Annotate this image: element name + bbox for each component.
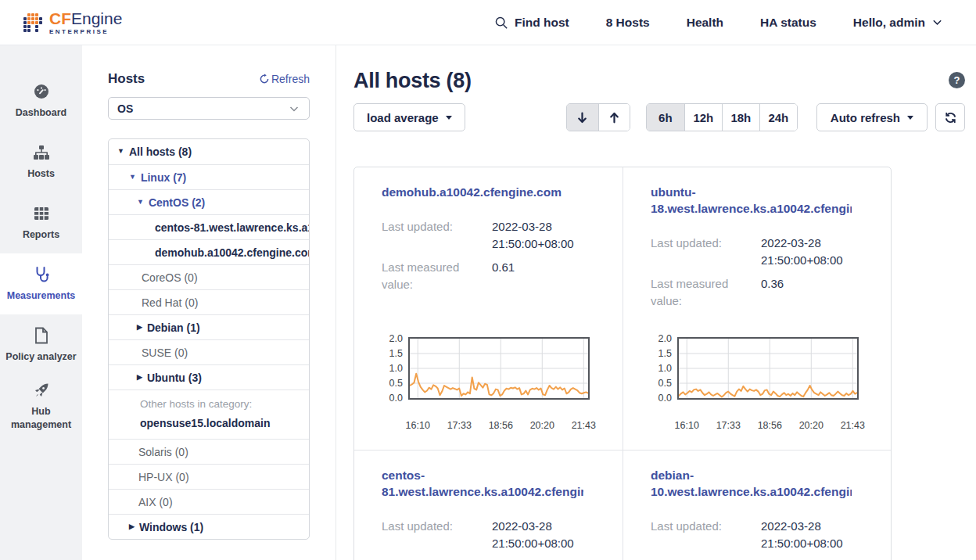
top-navbar: CFEngine ENTERPRISE Find host 8 Hosts He… bbox=[0, 0, 976, 45]
last-measured-label: Last measured value: bbox=[651, 275, 761, 310]
chart-y-axis: 2.01.51.00.50.0 bbox=[651, 337, 672, 400]
sort-direction-group bbox=[566, 103, 630, 131]
chevron-down-icon bbox=[931, 16, 943, 28]
file-icon bbox=[33, 326, 50, 345]
last-updated-value: 2022-03-2821:50:00+08:00 bbox=[761, 518, 843, 552]
host-card: centos-81.west.lawrence.ks.a10042.cfengi… bbox=[354, 450, 623, 560]
nav-menu: Find host 8 Hosts Health HA status Hello… bbox=[494, 16, 943, 30]
tree-item-linux[interactable]: ▼Linux (7) bbox=[109, 164, 309, 189]
tree-item-host-opensuse15[interactable]: opensuse15.localdomain bbox=[140, 417, 309, 429]
brand-subtitle: ENTERPRISE bbox=[49, 29, 122, 35]
hosts-panel-title: Hosts bbox=[108, 71, 145, 87]
last-updated-label: Last updated: bbox=[382, 218, 492, 253]
auto-refresh-dropdown[interactable]: Auto refresh bbox=[816, 103, 928, 131]
user-menu[interactable]: Hello, admin bbox=[853, 16, 943, 30]
last-measured-value: 0.36 bbox=[761, 275, 784, 310]
tree-item-other-hosts: Other hosts in category: opensuse15.loca… bbox=[109, 389, 309, 439]
sidebar: Dashboard Hosts Reports Measurements Pol… bbox=[0, 45, 82, 560]
tree-item-host-centos-81[interactable]: centos-81.west.lawrence.ks.a10042.cfengi… bbox=[109, 214, 309, 239]
sort-descending-button[interactable] bbox=[567, 104, 598, 131]
last-measured-value: 0.61 bbox=[492, 259, 515, 293]
gauge-icon bbox=[32, 82, 51, 101]
sync-icon bbox=[944, 111, 957, 124]
collapse-arrow-icon: ▼ bbox=[117, 147, 124, 155]
tree-item-suse[interactable]: SUSE (0) bbox=[109, 339, 309, 364]
load-average-chart: 2.01.51.00.50.0 16:1017:3318:5620:2021:4… bbox=[651, 337, 852, 436]
host-cards-grid: demohub.a10042.cfengine.com Last updated… bbox=[353, 167, 892, 560]
host-link[interactable]: demohub.a10042.cfengine.com bbox=[382, 185, 583, 201]
table-icon bbox=[32, 204, 51, 223]
tree-item-hpux[interactable]: HP-UX (0) bbox=[109, 464, 309, 489]
help-icon[interactable]: ? bbox=[949, 72, 965, 88]
expand-arrow-icon: ▶ bbox=[137, 373, 142, 381]
refresh-icon bbox=[259, 74, 270, 84]
tree-item-aix[interactable]: AIX (0) bbox=[109, 489, 309, 514]
tree-item-all-hosts[interactable]: ▼All hosts (8) bbox=[109, 139, 309, 164]
last-updated-value: 2022-03-2821:50:00+08:00 bbox=[492, 218, 574, 253]
refresh-button[interactable] bbox=[935, 103, 965, 131]
tree-item-redhat[interactable]: Red Hat (0) bbox=[109, 289, 309, 314]
tree-item-host-demohub[interactable]: demohub.a10042.cfengine.com bbox=[109, 239, 309, 264]
chart-x-axis: 16:1017:3318:5620:2021:43 bbox=[677, 420, 859, 433]
expand-arrow-icon: ▶ bbox=[137, 323, 142, 331]
nav-item-ha-status[interactable]: HA status bbox=[760, 16, 816, 30]
nav-item-hosts[interactable]: 8 Hosts bbox=[606, 16, 650, 30]
time-range-18h[interactable]: 18h bbox=[722, 104, 759, 131]
time-range-6h[interactable]: 6h bbox=[647, 104, 684, 131]
hosts-tree: ▼All hosts (8) ▼Linux (7) ▼CentOS (2) ce… bbox=[108, 138, 310, 540]
cfengine-logo[interactable]: CFEngine ENTERPRISE bbox=[23, 10, 122, 35]
tree-item-coreos[interactable]: CoreOS (0) bbox=[109, 264, 309, 289]
caret-down-icon bbox=[446, 116, 452, 120]
metric-dropdown[interactable]: load average bbox=[353, 103, 465, 131]
find-host-search[interactable]: Find host bbox=[494, 16, 569, 30]
host-link[interactable]: ubuntu-18.west.lawrence.ks.a10042.cfengi… bbox=[651, 185, 852, 217]
cfengine-logo-icon bbox=[23, 13, 42, 32]
tree-item-centos[interactable]: ▼CentOS (2) bbox=[109, 189, 309, 214]
host-link[interactable]: debian-10.west.lawrence.ks.a10042.cfengi… bbox=[651, 468, 852, 501]
host-card: demohub.a10042.cfengine.com Last updated… bbox=[354, 167, 623, 450]
last-updated-label: Last updated: bbox=[382, 518, 492, 552]
sidebar-item-hosts[interactable]: Hosts bbox=[0, 131, 82, 192]
refresh-link[interactable]: Refresh bbox=[259, 73, 310, 85]
time-range-12h[interactable]: 12h bbox=[684, 104, 722, 131]
arrow-up-icon bbox=[608, 111, 621, 124]
sitemap-icon bbox=[32, 143, 51, 162]
toolbar: load average 6h 12h 18h 24h bbox=[353, 103, 965, 131]
chart-x-axis: 16:1017:3318:5620:2021:43 bbox=[408, 420, 590, 433]
search-icon bbox=[494, 16, 508, 30]
sidebar-item-reports[interactable]: Reports bbox=[0, 192, 82, 253]
chart-plot bbox=[410, 339, 588, 398]
sort-ascending-button[interactable] bbox=[598, 104, 630, 131]
time-range-24h[interactable]: 24h bbox=[759, 104, 797, 131]
chart-plot bbox=[679, 339, 857, 398]
host-link[interactable]: centos-81.west.lawrence.ks.a10042.cfengi… bbox=[382, 468, 583, 501]
brand-name: CFEngine bbox=[49, 10, 122, 27]
arrow-down-icon bbox=[576, 111, 589, 124]
load-average-chart: 2.01.51.00.50.0 16:1017:3318:5620:2021:4… bbox=[382, 337, 583, 436]
nav-item-health[interactable]: Health bbox=[687, 16, 723, 30]
tree-item-debian[interactable]: ▶Debian (1) bbox=[109, 314, 309, 339]
tree-item-windows[interactable]: ▶Windows (1) bbox=[109, 514, 309, 539]
tree-item-ubuntu[interactable]: ▶Ubuntu (3) bbox=[109, 364, 309, 389]
user-greeting: Hello, admin bbox=[853, 16, 925, 30]
collapse-arrow-icon: ▼ bbox=[137, 198, 144, 206]
category-select[interactable]: OS bbox=[108, 97, 310, 120]
collapse-arrow-icon: ▼ bbox=[129, 173, 136, 181]
sidebar-item-dashboard[interactable]: Dashboard bbox=[0, 70, 82, 131]
sidebar-item-policy-analyzer[interactable]: Policy analyzer bbox=[0, 314, 82, 375]
page-title: All hosts (8) bbox=[353, 69, 965, 93]
last-updated-label: Last updated: bbox=[651, 518, 761, 552]
chevron-down-icon bbox=[288, 102, 300, 115]
find-host-label: Find host bbox=[515, 16, 569, 30]
main-content: All hosts (8) ? load average 6h bbox=[336, 45, 976, 560]
last-updated-value: 2022-03-2821:50:00+08:00 bbox=[492, 518, 574, 552]
sidebar-item-hub-management[interactable]: Hub management bbox=[0, 375, 82, 436]
tree-item-solaris[interactable]: Solaris (0) bbox=[109, 439, 309, 464]
host-card: debian-10.west.lawrence.ks.a10042.cfengi… bbox=[623, 450, 891, 560]
sidebar-item-measurements[interactable]: Measurements bbox=[0, 253, 82, 314]
caret-down-icon bbox=[907, 116, 913, 120]
hosts-filter-panel: Hosts Refresh OS ▼All hosts (8) ▼Linux (… bbox=[82, 45, 336, 560]
last-measured-label: Last measured value: bbox=[382, 259, 492, 293]
last-updated-value: 2022-03-2821:50:00+08:00 bbox=[761, 235, 843, 269]
chart-y-axis: 2.01.51.00.50.0 bbox=[382, 337, 403, 400]
